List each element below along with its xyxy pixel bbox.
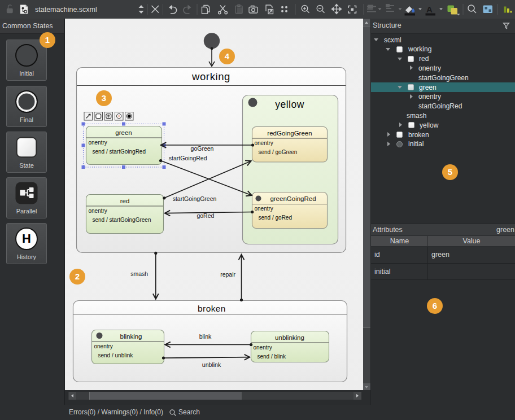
svg-text:onentry: onentry [94,343,113,349]
svg-text:onentry: onentry [254,344,272,351]
svg-text:blinking: blinking [120,333,142,340]
svg-text:startGoingRed: startGoingRed [169,155,207,161]
svg-text:smash: smash [130,270,148,277]
svg-text:send / blink: send / blink [258,353,287,360]
svg-text:yellow: yellow [275,99,304,110]
svg-text:redGoingGreen: redGoingGreen [267,130,312,137]
svg-text:onentry: onentry [89,208,107,214]
svg-text:green: green [115,129,132,136]
svg-text:send / unblink: send / unblink [98,352,134,358]
svg-text:startGoingGreen: startGoingGreen [173,195,217,202]
svg-text:onentry: onentry [255,140,273,146]
svg-text:blink: blink [199,333,212,340]
svg-text:onentry: onentry [89,139,107,146]
svg-text:H: H [118,115,120,118]
svg-text:working: working [191,71,230,82]
svg-text:unblink: unblink [202,361,221,368]
svg-text:goGreen: goGreen [191,145,214,152]
svg-text:statemachine.scxml: statemachine.scxml [35,6,97,14]
svg-text:broken: broken [198,304,226,313]
svg-text:repair: repair [220,271,235,278]
svg-text:unblinking: unblinking [275,334,304,341]
svg-text:send / startGoingRed: send / startGoingRed [93,148,146,155]
svg-text:onentry: onentry [255,205,273,212]
svg-text:send / goGreen: send / goGreen [259,149,298,155]
svg-text:send / startGoingGreen: send / startGoingGreen [93,217,151,223]
svg-text:red: red [120,198,130,204]
svg-text:send / goRed: send / goRed [259,215,293,221]
svg-text:goRed: goRed [197,212,214,219]
svg-text:A: A [426,5,433,14]
svg-text:greenGoingRed: greenGoingRed [270,195,316,202]
